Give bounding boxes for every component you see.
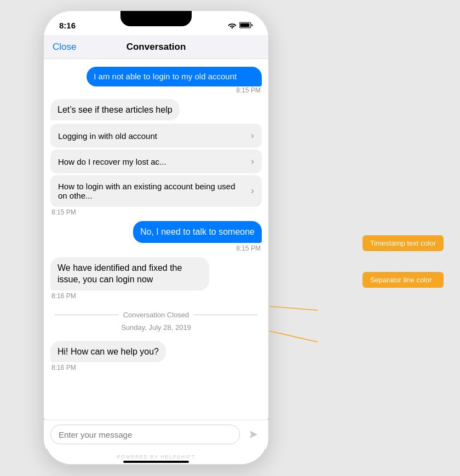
message-row-outgoing2: No, I need to talk to someone	[44, 219, 268, 245]
status-time: 8:16	[59, 21, 76, 30]
outgoing-bubble-2: No, I need to talk to someone	[133, 221, 262, 243]
input-area: ➤	[44, 420, 268, 449]
incoming-bubble: Let’s see if these articles help	[50, 99, 180, 121]
timestamp-msg3: 8:15 PM	[44, 245, 268, 256]
separator-color-callout: Separator line color	[363, 272, 444, 288]
chevron-icon-2: ›	[251, 156, 254, 167]
send-button[interactable]: ➤	[244, 426, 262, 443]
chevron-icon-1: ›	[251, 130, 254, 141]
home-indicator	[123, 461, 189, 463]
article-text-2: How do I recover my lost ac...	[58, 157, 246, 166]
partial-outgoing-bubble: I am not able to login to my old account	[87, 67, 262, 86]
battery-icon	[239, 22, 253, 28]
article-card-3[interactable]: How to login with an existing account be…	[50, 175, 262, 207]
svg-line-3	[269, 331, 318, 342]
message-input[interactable]	[50, 425, 240, 444]
notch	[120, 11, 192, 26]
article-card-1[interactable]: Logging in with old account ›	[50, 124, 262, 148]
status-icons	[228, 22, 253, 28]
message-row-incoming3: Hi! How can we help you?	[44, 339, 268, 364]
scene: 8:16 Close Conversation	[0, 0, 460, 476]
phone-frame: 8:16 Close Conversation	[44, 11, 268, 465]
send-icon: ➤	[248, 427, 258, 442]
svg-line-2	[269, 306, 318, 310]
chat-area[interactable]: I am not able to login to my old account…	[44, 59, 268, 418]
date-separator: Sunday, July 28, 2019	[44, 321, 268, 337]
wifi-icon	[228, 22, 237, 28]
timestamp-color-callout: Timestamp text color	[363, 235, 444, 251]
message-row-incoming2: We have identified and fixed the issue, …	[44, 256, 268, 292]
close-button[interactable]: Close	[53, 42, 76, 53]
powered-by: POWERED BY HELPSHIFT	[44, 454, 268, 460]
timestamp-msg1: 8:15 PM	[44, 86, 268, 97]
incoming-bubble-3: Hi! How can we help you?	[50, 341, 166, 363]
svg-rect-1	[240, 24, 250, 27]
article-text-1: Logging in with old account	[58, 131, 246, 141]
conversation-title: Conversation	[127, 42, 186, 53]
chevron-icon-3: ›	[251, 185, 254, 196]
conversation-closed-section: Conversation Closed Sunday, July 28, 201…	[44, 303, 268, 339]
message-row: Let’s see if these articles help	[44, 97, 268, 123]
callout-container: Timestamp text color Separator line colo…	[363, 235, 444, 288]
nav-bar: Close Conversation	[44, 35, 268, 59]
incoming-bubble-2: We have identified and fixed the issue, …	[50, 257, 209, 291]
timestamp-msg5: 8:16 PM	[44, 364, 268, 375]
article-text-3: How to login with an existing account be…	[58, 182, 246, 200]
article-card-2[interactable]: How do I recover my lost ac... ›	[50, 149, 262, 173]
timestamp-msg4: 8:16 PM	[44, 292, 268, 303]
timestamp-articles: 8:15 PM	[44, 208, 268, 219]
closed-text: Conversation Closed	[123, 311, 189, 319]
closed-line: Conversation Closed	[44, 311, 268, 319]
